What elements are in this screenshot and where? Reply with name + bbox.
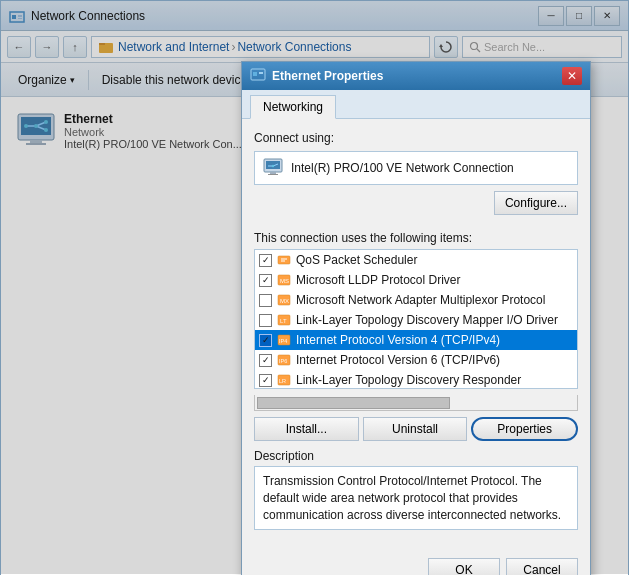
uninstall-button[interactable]: Uninstall — [363, 417, 468, 441]
svg-text:LT: LT — [280, 318, 287, 324]
item-checkbox-5[interactable] — [259, 354, 272, 367]
description-box: Transmission Control Protocol/Internet P… — [254, 466, 578, 530]
adapter-name-display: Intel(R) PRO/100 VE Network Connection — [291, 161, 514, 175]
item-label-3: Link-Layer Topology Discovery Mapper I/O… — [296, 313, 558, 327]
item-checkbox-2[interactable] — [259, 294, 272, 307]
item-label-0: QoS Packet Scheduler — [296, 253, 417, 267]
list-item[interactable]: LR Link-Layer Topology Discovery Respond… — [255, 370, 577, 389]
modal-overlay: Ethernet Properties ✕ Networking Connect… — [1, 1, 628, 574]
svg-rect-30 — [278, 256, 290, 264]
horizontal-scrollbar[interactable] — [254, 395, 578, 411]
item-checkbox-3[interactable] — [259, 314, 272, 327]
h-scroll-thumb[interactable] — [257, 397, 450, 409]
ipv6-icon: IP6 — [276, 352, 292, 368]
ipv4-icon: IP4 — [276, 332, 292, 348]
dialog-title-bar: Ethernet Properties ✕ — [242, 62, 590, 90]
item-checkbox-0[interactable] — [259, 254, 272, 267]
dialog-content: Connect using: Intel(R) PRO/100 VE Netwo… — [242, 119, 590, 552]
item-checkbox-4[interactable] — [259, 334, 272, 347]
description-label: Description — [254, 449, 578, 463]
svg-text:IP6: IP6 — [279, 358, 287, 364]
qos-icon — [276, 252, 292, 268]
item-label-6: Link-Layer Topology Discovery Responder — [296, 373, 521, 387]
connect-using-label: Connect using: — [254, 131, 578, 145]
adapter-small-icon — [263, 158, 283, 178]
list-item[interactable]: LT Link-Layer Topology Discovery Mapper … — [255, 310, 577, 330]
list-item[interactable]: IP6 Internet Protocol Version 6 (TCP/IPv… — [255, 350, 577, 370]
ok-button[interactable]: OK — [428, 558, 500, 575]
item-checkbox-1[interactable] — [259, 274, 272, 287]
item-label-2: Microsoft Network Adapter Multiplexor Pr… — [296, 293, 545, 307]
connection-items-list[interactable]: QoS Packet Scheduler MS Microsoft LLDP P… — [254, 249, 578, 389]
list-item[interactable]: QoS Packet Scheduler — [255, 250, 577, 270]
item-label-5: Internet Protocol Version 6 (TCP/IPv6) — [296, 353, 500, 367]
dialog-tabs: Networking — [242, 90, 590, 119]
multiplexor-icon: MX — [276, 292, 292, 308]
dialog-footer: OK Cancel — [242, 552, 590, 575]
configure-row: Configure... — [254, 191, 578, 223]
svg-text:IP4: IP4 — [279, 338, 287, 344]
explorer-window: Network Connections ─ □ ✕ ← → ↑ Network … — [0, 0, 629, 575]
cancel-button[interactable]: Cancel — [506, 558, 578, 575]
tab-networking[interactable]: Networking — [250, 95, 336, 119]
list-item-selected[interactable]: IP4 Internet Protocol Version 4 (TCP/IPv… — [255, 330, 577, 350]
svg-rect-29 — [268, 174, 278, 175]
svg-text:LR: LR — [279, 378, 286, 384]
lldp-responder-icon: LR — [276, 372, 292, 388]
dialog-close-button[interactable]: ✕ — [562, 67, 582, 85]
svg-rect-28 — [270, 172, 276, 174]
install-button[interactable]: Install... — [254, 417, 359, 441]
list-item[interactable]: MS Microsoft LLDP Protocol Driver — [255, 270, 577, 290]
lldp-mapper-icon: LT — [276, 312, 292, 328]
svg-text:MX: MX — [280, 298, 289, 304]
connect-using-box: Intel(R) PRO/100 VE Network Connection — [254, 151, 578, 185]
dialog-title: Ethernet Properties — [272, 69, 556, 83]
items-label: This connection uses the following items… — [254, 231, 578, 245]
svg-rect-22 — [259, 72, 263, 74]
configure-button[interactable]: Configure... — [494, 191, 578, 215]
lldp-icon: MS — [276, 272, 292, 288]
item-label-1: Microsoft LLDP Protocol Driver — [296, 273, 461, 287]
properties-button[interactable]: Properties — [471, 417, 578, 441]
svg-rect-21 — [253, 72, 257, 76]
list-item[interactable]: MX Microsoft Network Adapter Multiplexor… — [255, 290, 577, 310]
item-label-4: Internet Protocol Version 4 (TCP/IPv4) — [296, 333, 500, 347]
svg-point-27 — [272, 165, 274, 167]
action-buttons: Install... Uninstall Properties — [254, 417, 578, 441]
item-checkbox-6[interactable] — [259, 374, 272, 387]
svg-text:MS: MS — [280, 278, 289, 284]
dialog-icon — [250, 68, 266, 84]
ethernet-properties-dialog: Ethernet Properties ✕ Networking Connect… — [241, 61, 591, 575]
